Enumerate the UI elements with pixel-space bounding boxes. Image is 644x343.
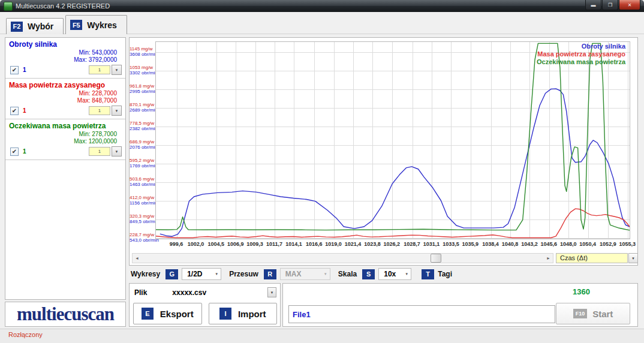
maximize-button[interactable]: ❐ (602, 0, 618, 10)
y-axis-label-pair: 686,9 mg/w2076 obr/min (130, 139, 152, 150)
import-button[interactable]: I Import (209, 303, 278, 324)
tab-wybor[interactable]: F2 Wybór (6, 18, 64, 34)
signal-sidebar: Obroty silnika Min: 543,0000 Max: 3792,0… (5, 37, 126, 300)
signal-checkbox[interactable]: ✔ (10, 66, 19, 74)
y-axis-mgw-label: 870,1 mg/w (130, 102, 152, 107)
scroll-right-arrow-icon[interactable]: ► (544, 254, 553, 263)
start-button[interactable]: F10 Start (556, 303, 630, 324)
scroll-left-arrow-icon[interactable]: ◄ (133, 254, 142, 263)
y-axis-label-pair: 1053 mg/w3302 obr/min (130, 65, 152, 76)
y-axis-mgw-label: 503,6 mg/w (130, 176, 152, 182)
import-button-label: Import (238, 309, 266, 319)
y-axis-mgw-label: 961,8 mg/w (130, 83, 152, 89)
file-panel: Plik xxxxx.csv ▼ E Eksport I Import (129, 283, 281, 327)
y-axis-label-pair: 320,3 mg/w849,5 obr/min (130, 213, 152, 224)
signal-group: Masa powietrza zasysanego Min: 228,7000 … (5, 79, 125, 119)
signal-checkbox[interactable]: ✔ (10, 148, 19, 156)
y-axis-label-pair: 870,1 mg/w2689 obr/min (130, 102, 152, 113)
title-bar: Multiecuscan 4.2 REGISTERED ▬ ❐ ✕ (0, 0, 644, 12)
signal-scale-dropdown-button[interactable]: ▼ (112, 65, 122, 75)
sample-counter: 1360 (573, 287, 590, 296)
chart-svg (156, 42, 630, 239)
x-axis-mode-value[interactable]: Czas (Δt) (556, 253, 628, 263)
x-axis-tick-label: 1055,3 (614, 241, 640, 247)
y-axis-rpm-label: 2689 obr/min (130, 107, 152, 113)
close-button[interactable]: ✕ (619, 0, 640, 10)
signal-scale-dropdown-button[interactable]: ▼ (112, 146, 122, 157)
x-axis-mode-combo[interactable]: Czas (Δt) ▼ (556, 253, 638, 263)
plik-label: Plik (134, 288, 147, 297)
signal-scale-dropdown-button[interactable]: ▼ (112, 106, 122, 116)
e-key-badge: E (142, 308, 154, 320)
signal-min: Min: 228,7000 (9, 90, 117, 97)
f2-key-badge: F2 (11, 22, 23, 32)
signal-group: Obroty silnika Min: 543,0000 Max: 3792,0… (5, 38, 125, 79)
y-axis-label-pair: 595,2 mg/w1769 obr/min (130, 158, 152, 169)
eksport-button-label: Eksport (160, 309, 194, 319)
t-key-badge: T (422, 269, 434, 279)
eksport-button[interactable]: E Eksport (133, 303, 202, 324)
s-key-badge: S (362, 269, 375, 279)
signal-name: Oczekiwana masa powietrza (9, 121, 122, 131)
y-axis-mgw-label: 1145 mg/w (130, 46, 152, 52)
signal-channel: 1 (23, 107, 26, 114)
signal-checkbox[interactable]: ✔ (10, 107, 19, 115)
signal-channel: 1 (23, 148, 26, 155)
signal-scale-value[interactable]: 1 (89, 147, 110, 156)
chart-controls-row: Wykresy G 1/2D ▼ Przesuw R MAX ▼ Skala S… (131, 267, 452, 281)
y-axis-label-pair: 778,5 mg/w2382 obr/min (130, 121, 152, 131)
tagi-label[interactable]: Tagi (438, 270, 452, 278)
signal-group: Oczekiwana masa powietrza Min: 278,7000 … (5, 119, 125, 160)
chevron-down-icon: ▼ (321, 272, 330, 276)
chart-panel: 1145 mg/w3608 obr/min1053 mg/w3302 obr/m… (129, 37, 638, 266)
run-panel: 1360 F10 Start (282, 283, 638, 327)
wykresy-label: Wykresy (131, 270, 160, 278)
wykresy-combo[interactable]: 1/2D ▼ (182, 268, 221, 280)
legend-entry: Masa powietrza zasysanego (537, 50, 625, 58)
y-axis-mgw-label: 1053 mg/w (130, 65, 152, 70)
chevron-down-icon[interactable]: ▼ (628, 253, 638, 263)
y-axis-label-pair: 228,7 mg/w543,0 obr/min (130, 232, 152, 243)
y-axis-mgw-label: 595,2 mg/w (130, 158, 152, 163)
y-axis-rpm-label: 1156 obr/min (130, 200, 152, 206)
file-dropdown-button[interactable]: ▼ (267, 287, 276, 297)
plot-area[interactable] (155, 41, 630, 239)
g-key-badge: G (165, 269, 178, 279)
y-axis-label-pair: 412,0 mg/w1156 obr/min (130, 195, 152, 206)
series-line-1 (156, 209, 630, 237)
series-line-0 (160, 89, 630, 236)
signal-channel: 1 (23, 67, 26, 73)
y-axis-mgw-label: 320,3 mg/w (130, 213, 152, 219)
scrollbar-thumb[interactable] (431, 254, 441, 263)
tab-wykres-label: Wykres (87, 20, 117, 30)
y-axis-rpm-label: 2995 obr/min (130, 89, 152, 94)
minimize-button[interactable]: ▬ (585, 0, 601, 10)
skala-value: 10x (379, 270, 402, 278)
y-axis-mgw-label: 412,0 mg/w (130, 195, 152, 200)
file-name-input[interactable] (288, 305, 555, 323)
selected-file-name[interactable]: xxxxx.csv (172, 288, 206, 297)
y-axis-rpm-label: 2076 obr/min (130, 145, 152, 150)
x-axis-labels: 999,61002,01004,51006,91009,31011,71014,… (155, 241, 630, 248)
y-axis-rpm-label: 543,0 obr/min (130, 237, 152, 243)
przesuw-combo: MAX ▼ (280, 268, 330, 280)
signal-name: Masa powietrza zasysanego (9, 80, 122, 90)
legend-entry: Oczekiwana masa powietrza (537, 58, 625, 66)
f5-key-badge: F5 (70, 20, 82, 30)
skala-combo[interactable]: 10x ▼ (378, 268, 411, 280)
y-axis-mgw-label: 778,5 mg/w (130, 121, 152, 126)
signal-scale-value[interactable]: 1 (89, 65, 110, 74)
y-axis-rpm-label: 3302 obr/min (130, 70, 152, 76)
status-bar: Rozłączony (0, 329, 644, 343)
wykresy-value: 1/2D (182, 270, 212, 278)
signal-min: Min: 543,0000 (9, 49, 117, 56)
y-axis-rpm-label: 2382 obr/min (130, 126, 152, 131)
chart-horizontal-scrollbar[interactable]: ◄ ► (132, 253, 553, 263)
y-axis-label-pair: 503,6 mg/w1463 obr/min (130, 176, 152, 187)
logo-box: multiecuscan (5, 302, 126, 327)
signal-scale-value[interactable]: 1 (89, 106, 110, 115)
signal-max: Max: 1200,0000 (9, 138, 117, 145)
start-button-label: Start (592, 309, 613, 319)
tab-wykres[interactable]: F5 Wykres (65, 15, 127, 34)
przesuw-label: Przesuw (229, 270, 258, 278)
